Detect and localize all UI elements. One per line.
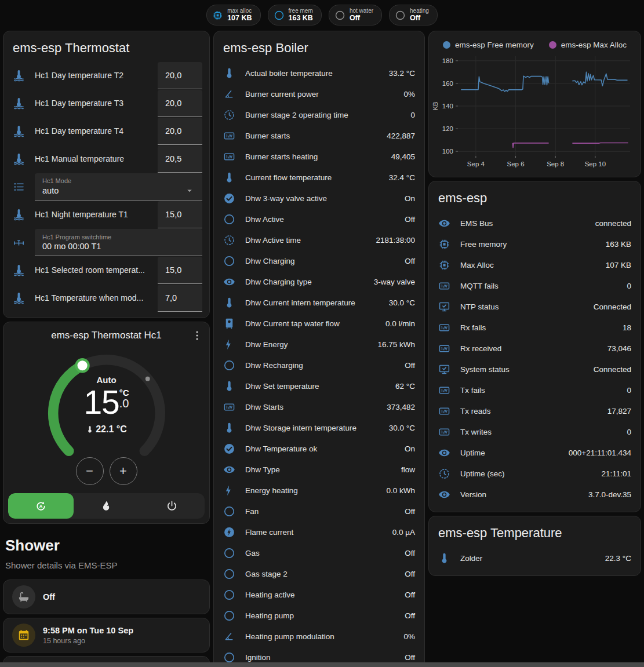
legend-item[interactable]: ems-esp Free memory bbox=[443, 41, 534, 49]
clock-icon bbox=[223, 109, 235, 121]
svg-text:120: 120 bbox=[442, 125, 453, 132]
entity-value: 163 KB bbox=[606, 240, 631, 249]
calendar-icon bbox=[12, 624, 35, 647]
shower-card-primary: Off bbox=[43, 592, 55, 602]
entity-row[interactable]: Gas Off bbox=[214, 542, 424, 563]
entity-row[interactable]: Rx received 73,046 bbox=[429, 338, 641, 359]
entity-value: 0% bbox=[403, 90, 415, 99]
temp-increase-button[interactable]: + bbox=[110, 457, 137, 485]
status-chip[interactable]: free mem 163 KB bbox=[268, 5, 322, 25]
entity-row[interactable]: Hc1 Temperature when mod... 7,0 bbox=[3, 284, 209, 312]
entity-row[interactable]: Uptime 000+21:11:01.434 bbox=[429, 442, 641, 463]
entity-row[interactable]: Zolder 22.3 °C bbox=[429, 548, 641, 568]
entity-row[interactable]: Dhw Charging type 3-way valve bbox=[214, 271, 424, 292]
entity-row[interactable]: Uptime (sec) 21:11:01 bbox=[429, 463, 641, 484]
entity-row[interactable]: System status Connected bbox=[429, 359, 641, 380]
svg-text:A: A bbox=[39, 503, 43, 509]
entity-row[interactable]: Hc1 Manual temperature 20,5 bbox=[3, 145, 209, 173]
entity-row[interactable]: Version 3.7.0-dev.35 bbox=[429, 484, 641, 505]
circle-icon bbox=[223, 213, 235, 225]
entity-row[interactable]: Max Alloc 107 KB bbox=[429, 254, 641, 275]
entity-row[interactable]: Dhw Type flow bbox=[214, 459, 424, 480]
shower-info-card[interactable]: Off bbox=[3, 579, 210, 614]
entity-row[interactable]: Dhw Energy 16.75 kWh bbox=[214, 334, 424, 355]
entity-row[interactable]: Burner starts 422,887 bbox=[214, 125, 424, 146]
entity-row[interactable]: Hc1 Day temperature T3 20,0 bbox=[3, 89, 209, 117]
entity-row[interactable]: Dhw Recharging Off bbox=[214, 355, 424, 376]
hvac-mode-fire-button[interactable] bbox=[74, 493, 139, 519]
number-input[interactable]: 15,0 bbox=[158, 257, 202, 284]
entity-row[interactable]: Burner stage 2 operating time 0 bbox=[214, 104, 424, 125]
counter-icon bbox=[438, 384, 450, 396]
entity-label: Heating active bbox=[245, 591, 395, 599]
entity-row[interactable]: Dhw Temperature ok On bbox=[214, 438, 424, 459]
entity-row[interactable]: Tx writes 0 bbox=[429, 421, 641, 442]
more-menu-icon[interactable] bbox=[191, 329, 203, 342]
entity-row[interactable]: Hc1 Day temperature T4 20,0 bbox=[3, 117, 209, 145]
status-chip[interactable]: hot water Off bbox=[329, 5, 382, 25]
entity-row[interactable]: NTP status Connected bbox=[429, 296, 641, 317]
chip-icon bbox=[438, 259, 450, 271]
entity-row[interactable]: Fan Off bbox=[214, 501, 424, 522]
entity-row[interactable]: Heating active Off bbox=[214, 584, 424, 605]
entity-row[interactable]: Burner starts heating 49,405 bbox=[214, 146, 424, 167]
entity-row[interactable]: EMS Bus connected bbox=[429, 213, 641, 234]
entity-row[interactable]: Hc1 Program switchtime 00 mo 00:00 T1 bbox=[3, 228, 209, 256]
entity-row[interactable]: Heating pump modulation 0% bbox=[214, 626, 424, 647]
shower-info-card[interactable]: 9:58 PM on Tue 10 Sep 15 hours ago bbox=[3, 618, 210, 653]
entity-row[interactable]: Current flow temperature 32.4 °C bbox=[214, 167, 424, 188]
entity-row[interactable]: Tx fails 0 bbox=[429, 380, 641, 400]
entity-row[interactable]: Dhw Current intern temperature 30.0 °C bbox=[214, 292, 424, 313]
entity-row[interactable]: Free memory 163 KB bbox=[429, 234, 641, 254]
entity-value: 18 bbox=[623, 323, 631, 332]
temp-decrease-button[interactable]: − bbox=[76, 457, 104, 485]
entity-row[interactable]: MQTT fails 0 bbox=[429, 275, 641, 296]
entity-row[interactable]: Burner current power 0% bbox=[214, 83, 424, 104]
entity-row[interactable]: Flame current 0.0 µA bbox=[214, 522, 424, 542]
svg-text:Sep 4: Sep 4 bbox=[467, 161, 485, 167]
entity-row[interactable]: Dhw Active time 2181:38:00 bbox=[214, 229, 424, 250]
entity-row[interactable]: Hc1 Mode auto bbox=[3, 173, 209, 201]
entity-row[interactable]: Hc1 Day temperature T2 20,0 bbox=[3, 61, 209, 89]
thermometer-icon bbox=[438, 552, 450, 564]
entity-value: 0.0 µA bbox=[392, 528, 415, 537]
entity-row[interactable]: Hc1 Night temperature T1 15,0 bbox=[3, 201, 209, 228]
chip-value: 107 KB bbox=[227, 14, 252, 22]
entity-row[interactable]: Dhw Set temperature 62 °C bbox=[214, 376, 424, 396]
entity-row[interactable]: Dhw Active Off bbox=[214, 209, 424, 229]
status-chip[interactable]: max alloc 107 KB bbox=[206, 5, 260, 25]
hvac-mode-power-button[interactable] bbox=[139, 493, 205, 519]
number-input[interactable]: 20,5 bbox=[158, 145, 202, 173]
counter-icon bbox=[438, 322, 450, 334]
entity-row[interactable]: Energy heating 0.0 kWh bbox=[214, 480, 424, 501]
setpoint-knob[interactable] bbox=[76, 359, 88, 371]
entity-row[interactable]: Dhw Current tap water flow 0.0 l/min bbox=[214, 313, 424, 334]
entity-row[interactable]: Actual boiler temperature 33.2 °C bbox=[214, 63, 424, 83]
number-input[interactable]: 20,0 bbox=[158, 118, 202, 145]
number-input[interactable]: 7,0 bbox=[158, 285, 202, 312]
entity-row[interactable]: Heating pump Off bbox=[214, 605, 424, 626]
text-input[interactable]: Hc1 Program switchtime 00 mo 00:00 T1 bbox=[35, 229, 202, 256]
horizontal-scrollbar[interactable] bbox=[0, 662, 644, 667]
status-chip[interactable]: heating Off bbox=[389, 5, 438, 25]
thermostat-dial[interactable]: Auto 15°C.0 22.1 °C − + bbox=[3, 344, 209, 486]
entity-row[interactable]: Tx reads 17,827 bbox=[429, 400, 641, 421]
chip-value: 163 KB bbox=[289, 14, 313, 22]
hvac-mode-auto-mode-button[interactable]: A bbox=[8, 493, 74, 519]
entity-row[interactable]: Dhw 3-way valve active On bbox=[214, 188, 424, 209]
circle-icon bbox=[223, 610, 235, 622]
entity-row[interactable]: Rx fails 18 bbox=[429, 317, 641, 338]
entity-row[interactable]: Gas stage 2 Off bbox=[214, 563, 424, 584]
left-column: ems-esp Thermostat Hc1 Day temperature T… bbox=[3, 31, 210, 667]
entity-row[interactable]: Dhw Starts 373,482 bbox=[214, 396, 424, 417]
number-input[interactable]: 15,0 bbox=[158, 201, 202, 228]
number-input[interactable]: 20,0 bbox=[158, 90, 202, 117]
svg-text:100: 100 bbox=[442, 148, 453, 155]
entity-row[interactable]: Dhw Charging Off bbox=[214, 250, 424, 271]
circle-icon bbox=[395, 10, 406, 21]
number-input[interactable]: 20,0 bbox=[158, 62, 202, 89]
legend-item[interactable]: ems-esp Max Alloc bbox=[549, 41, 627, 49]
select-input[interactable]: Hc1 Mode auto bbox=[35, 173, 202, 201]
entity-row[interactable]: Dhw Storage intern temperature 30.0 °C bbox=[214, 417, 424, 438]
entity-row[interactable]: Hc1 Selected room temperat... 15,0 bbox=[3, 256, 209, 284]
